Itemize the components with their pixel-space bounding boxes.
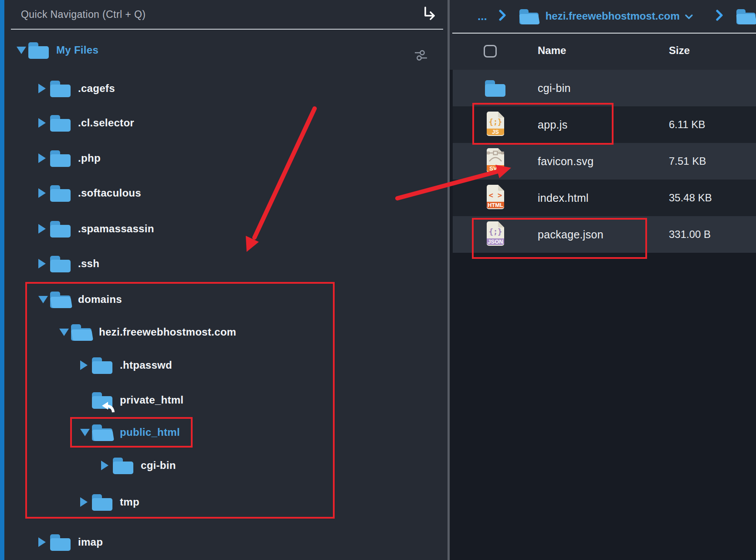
column-header-size[interactable]: Size (669, 44, 690, 57)
tree-item-label: .htpasswd (120, 359, 172, 371)
breadcrumb-ellipsis[interactable]: ... (478, 12, 487, 20)
tree-item-label: tmp (120, 496, 139, 508)
chevron-right-icon (715, 10, 723, 23)
tree-item-label: .spamassassin (78, 223, 154, 235)
expand-toggle[interactable] (80, 429, 92, 436)
chevron-right-icon (498, 10, 506, 23)
expand-toggle[interactable] (38, 84, 50, 93)
tree-item-domains[interactable]: domains (4, 286, 436, 312)
tree-item-cagefs[interactable]: .cagefs (4, 75, 436, 102)
tree-item-cgi-bin[interactable]: cgi-bin (4, 452, 436, 479)
tree-item-htpasswd[interactable]: .htpasswd (4, 352, 436, 378)
tree-item-cl-selector[interactable]: .cl.selector (4, 110, 436, 136)
expand-toggle[interactable] (38, 259, 50, 268)
tree-item-label: .cagefs (78, 82, 115, 95)
tree-item-ssh[interactable]: .ssh (4, 251, 436, 277)
expand-toggle[interactable] (17, 47, 28, 54)
file-list-header-block: ... hezi.freewebhostmost.com p Name (450, 0, 756, 70)
file-name: app.js (538, 119, 568, 131)
tree-item-label: domains (78, 293, 122, 305)
svg-text:JSON: JSON (488, 238, 503, 245)
svg-text:< >: < > (489, 191, 502, 200)
quick-navigation-header: Quick Navigation (Ctrl + Q) (11, 0, 443, 30)
svg-text:SVG: SVG (489, 165, 501, 172)
expand-toggle[interactable] (80, 497, 92, 507)
symlink-arrow-icon (101, 401, 115, 413)
file-row-index-html[interactable]: < > HTML index.html 35.48 KB (453, 180, 756, 216)
tree-item-php[interactable]: .php (4, 145, 436, 171)
expand-toggle[interactable] (38, 224, 50, 234)
folder-open-icon (50, 291, 71, 308)
tree-item-tmp[interactable]: tmp (4, 489, 436, 515)
tree-item-hezi-domain[interactable]: hezi.freewebhostmost.com (4, 319, 436, 345)
expand-toggle[interactable] (38, 296, 50, 303)
tree-item-public-html[interactable]: public_html (4, 419, 436, 445)
tree-item-softaculous[interactable]: .softaculous (4, 180, 436, 206)
tree-item-label: My Files (56, 44, 98, 56)
tree-item-spamassassin[interactable]: .spamassassin (4, 216, 436, 242)
folder-icon (50, 114, 71, 132)
tree-item-label: imap (78, 536, 103, 548)
file-size: 331.00 B (669, 228, 711, 241)
folder-icon (28, 41, 49, 59)
folder-open-icon (519, 8, 539, 24)
tree-item-my-files[interactable]: My Files (4, 37, 436, 63)
folder-icon (50, 220, 71, 238)
folder-icon (50, 149, 71, 167)
folder-icon (50, 533, 71, 551)
expand-toggle[interactable] (38, 153, 50, 163)
expand-toggle[interactable] (38, 537, 50, 547)
file-name: cgi-bin (538, 82, 571, 95)
tree-item-private-html[interactable]: private_html (4, 387, 436, 413)
expand-toggle[interactable] (38, 188, 50, 198)
redirect-arrow-icon[interactable] (421, 6, 437, 23)
file-size: 7.51 KB (669, 155, 706, 167)
html-file-icon: < > HTML (485, 183, 506, 212)
chevron-down-icon[interactable] (685, 14, 693, 21)
left-accent-stripe (0, 0, 4, 560)
tree-item-label: .softaculous (78, 187, 141, 199)
svg-file-icon: SVG (485, 147, 506, 176)
svg-text:{;}: {;} (489, 118, 502, 126)
js-file-icon: {;} JS (485, 110, 506, 139)
tree-item-label: private_html (120, 394, 183, 406)
svg-text:HTML: HTML (488, 202, 503, 208)
tree-item-label: .ssh (78, 258, 99, 270)
folder-icon (50, 184, 71, 202)
file-list-panel: ... hezi.freewebhostmost.com p Name (450, 0, 756, 560)
file-name: package.json (538, 228, 603, 241)
folder-open-icon (92, 424, 112, 441)
select-all-checkbox[interactable] (484, 45, 497, 58)
expand-toggle[interactable] (101, 461, 113, 470)
expand-toggle (80, 395, 92, 405)
file-name: index.html (538, 192, 589, 204)
folder-open-icon (71, 323, 92, 341)
file-size: 6.11 KB (669, 119, 705, 131)
expand-toggle[interactable] (59, 329, 71, 336)
quick-navigation-title: Quick Navigation (Ctrl + Q) (21, 9, 146, 20)
tree-item-label: cgi-bin (141, 459, 176, 472)
file-row-package-json[interactable]: {;} JSON package.json 331.00 B (453, 216, 756, 253)
breadcrumb: ... hezi.freewebhostmost.com p (450, 0, 756, 32)
expand-toggle[interactable] (38, 118, 50, 128)
tree-item-label: hezi.freewebhostmost.com (99, 326, 236, 338)
expand-toggle[interactable] (80, 360, 92, 370)
breadcrumb-parent[interactable]: hezi.freewebhostmost.com (546, 10, 680, 22)
svg-text:JS: JS (492, 129, 499, 135)
json-file-icon: {;} JSON (485, 220, 506, 249)
folder-icon (113, 457, 133, 474)
folder-icon (92, 356, 112, 374)
file-name: favicon.svg (538, 155, 593, 168)
folder-icon (485, 79, 505, 97)
quick-navigation-panel: Quick Navigation (Ctrl + Q) My Files (4, 0, 447, 560)
tree-item-label: public_html (120, 426, 180, 438)
file-row-app-js[interactable]: {;} JS app.js 6.11 KB (453, 106, 756, 143)
tree-item-label: .cl.selector (78, 117, 134, 129)
file-size: 35.48 KB (669, 192, 712, 204)
tree-item-imap[interactable]: imap (4, 529, 436, 555)
file-row-favicon-svg[interactable]: SVG favicon.svg 7.51 KB (453, 143, 756, 180)
tree-item-label: .php (78, 152, 101, 164)
file-row-cgi-bin[interactable]: cgi-bin (453, 70, 756, 106)
column-header-name[interactable]: Name (538, 44, 566, 57)
folder-icon (50, 80, 71, 97)
